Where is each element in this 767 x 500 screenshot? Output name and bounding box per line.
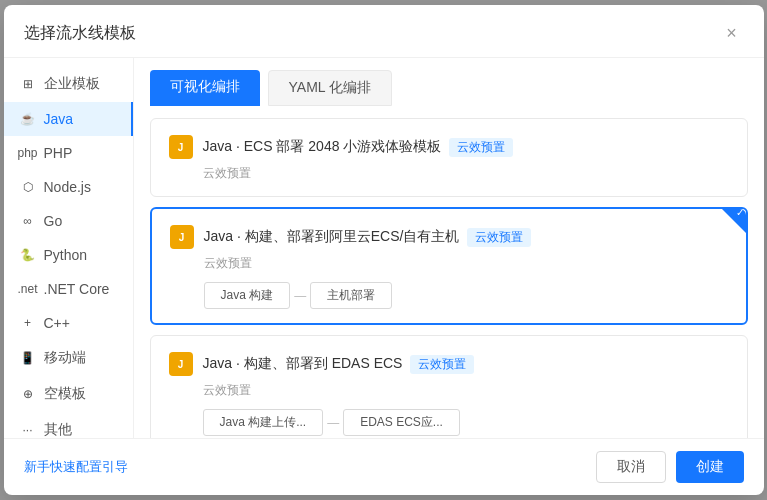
card-java-icon: J bbox=[167, 133, 195, 161]
step-button[interactable]: Java 构建上传... bbox=[203, 409, 324, 436]
mobile-icon: 📱 bbox=[20, 350, 36, 366]
python-icon: 🐍 bbox=[20, 247, 36, 263]
card-java-icon: J bbox=[167, 350, 195, 378]
sidebar-item-cpp[interactable]: +C++ bbox=[4, 306, 133, 340]
card-steps: Java 构建上传...—EDAS ECS应... bbox=[203, 409, 731, 436]
tab-yaml[interactable]: YAML 化编排 bbox=[268, 70, 392, 106]
sidebar-item-enterprise[interactable]: ⊞企业模板 bbox=[4, 66, 133, 102]
sidebar-item-nodejs[interactable]: ⬡Node.js bbox=[4, 170, 133, 204]
nodejs-icon: ⬡ bbox=[20, 179, 36, 195]
card-title: Java · ECS 部署 2048 小游戏体验模板 bbox=[203, 138, 442, 156]
card-java-icon: J bbox=[168, 223, 196, 251]
selected-indicator bbox=[722, 209, 746, 233]
step-arrow-icon: — bbox=[327, 416, 339, 430]
guide-link[interactable]: 新手快速配置引导 bbox=[24, 458, 128, 476]
card-steps: Java 构建—主机部署 bbox=[204, 282, 730, 309]
tab-bar: 可视化编排YAML 化编排 bbox=[134, 58, 764, 106]
go-icon: ∞ bbox=[20, 213, 36, 229]
sidebar-item-mobile[interactable]: 📱移动端 bbox=[4, 340, 133, 376]
sidebar-item-label: 空模板 bbox=[44, 385, 86, 403]
template-card-card3[interactable]: JJava · 构建、部署到 EDAS ECS云效预置云效预置Java 构建上传… bbox=[150, 335, 748, 438]
card-subtitle: 云效预置 bbox=[203, 382, 731, 399]
modal-title: 选择流水线模板 bbox=[24, 23, 136, 44]
sidebar-item-label: 企业模板 bbox=[44, 75, 100, 93]
cancel-button[interactable]: 取消 bbox=[596, 451, 666, 483]
create-button[interactable]: 创建 bbox=[676, 451, 744, 483]
modal-body: ⊞企业模板☕JavaphpPHP⬡Node.js∞Go🐍Python.net.N… bbox=[4, 58, 764, 438]
sidebar-item-empty[interactable]: ⊕空模板 bbox=[4, 376, 133, 412]
step-button[interactable]: 主机部署 bbox=[310, 282, 392, 309]
tab-visual[interactable]: 可视化编排 bbox=[150, 70, 260, 106]
php-icon: php bbox=[20, 145, 36, 161]
sidebar-item-go[interactable]: ∞Go bbox=[4, 204, 133, 238]
modal-container: 选择流水线模板 × ⊞企业模板☕JavaphpPHP⬡Node.js∞Go🐍Py… bbox=[4, 5, 764, 495]
card-subtitle: 云效预置 bbox=[204, 255, 730, 272]
card-subtitle: 云效预置 bbox=[203, 165, 731, 182]
sidebar-item-label: Java bbox=[44, 111, 74, 127]
card-list: JJava · ECS 部署 2048 小游戏体验模板云效预置云效预置JJava… bbox=[134, 106, 764, 438]
sidebar: ⊞企业模板☕JavaphpPHP⬡Node.js∞Go🐍Python.net.N… bbox=[4, 58, 134, 438]
sidebar-item-label: Node.js bbox=[44, 179, 91, 195]
sidebar-item-python[interactable]: 🐍Python bbox=[4, 238, 133, 272]
sidebar-item-label: Go bbox=[44, 213, 63, 229]
sidebar-item-label: 其他 bbox=[44, 421, 72, 438]
card-tag: 云效预置 bbox=[467, 228, 531, 247]
sidebar-item-label: Python bbox=[44, 247, 88, 263]
modal-header: 选择流水线模板 × bbox=[4, 5, 764, 58]
content-area: 可视化编排YAML 化编排 JJava · ECS 部署 2048 小游戏体验模… bbox=[134, 58, 764, 438]
card-tag: 云效预置 bbox=[449, 138, 513, 157]
sidebar-item-java[interactable]: ☕Java bbox=[4, 102, 133, 136]
footer-buttons: 取消 创建 bbox=[596, 451, 744, 483]
sidebar-item-dotnet[interactable]: .net.NET Core bbox=[4, 272, 133, 306]
java-icon: ☕ bbox=[20, 111, 36, 127]
card-tag: 云效预置 bbox=[410, 355, 474, 374]
sidebar-item-other[interactable]: ···其他 bbox=[4, 412, 133, 438]
other-icon: ··· bbox=[20, 422, 36, 438]
close-button[interactable]: × bbox=[720, 21, 744, 45]
template-card-card2[interactable]: JJava · 构建、部署到阿里云ECS/自有主机云效预置云效预置Java 构建… bbox=[150, 207, 748, 325]
enterprise-icon: ⊞ bbox=[20, 76, 36, 92]
cpp-icon: + bbox=[20, 315, 36, 331]
sidebar-item-label: PHP bbox=[44, 145, 73, 161]
sidebar-item-label: C++ bbox=[44, 315, 70, 331]
card-title: Java · 构建、部署到 EDAS ECS bbox=[203, 355, 403, 373]
step-button[interactable]: Java 构建 bbox=[204, 282, 291, 309]
modal-footer: 新手快速配置引导 取消 创建 bbox=[4, 438, 764, 495]
template-card-card1[interactable]: JJava · ECS 部署 2048 小游戏体验模板云效预置云效预置 bbox=[150, 118, 748, 197]
card-title: Java · 构建、部署到阿里云ECS/自有主机 bbox=[204, 228, 460, 246]
sidebar-item-php[interactable]: phpPHP bbox=[4, 136, 133, 170]
empty-icon: ⊕ bbox=[20, 386, 36, 402]
step-arrow-icon: — bbox=[294, 289, 306, 303]
sidebar-item-label: .NET Core bbox=[44, 281, 110, 297]
dotnet-icon: .net bbox=[20, 281, 36, 297]
sidebar-item-label: 移动端 bbox=[44, 349, 86, 367]
step-button[interactable]: EDAS ECS应... bbox=[343, 409, 460, 436]
